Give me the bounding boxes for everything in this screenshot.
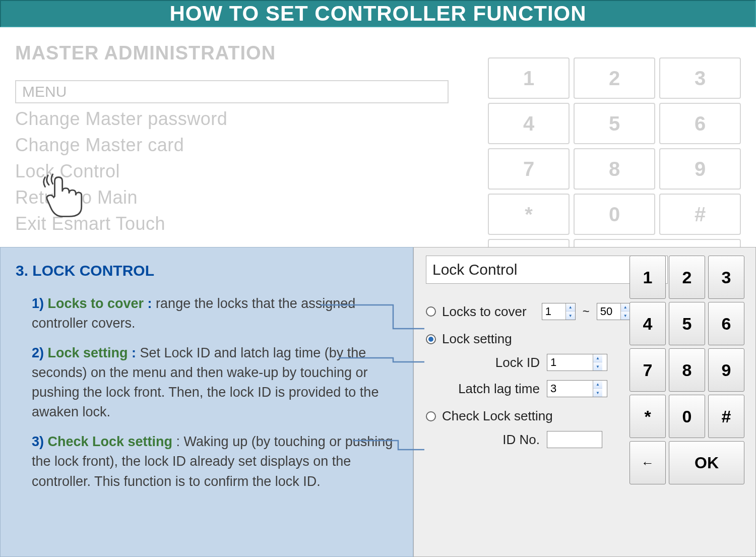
item-number: 1)	[32, 296, 44, 311]
item-sep: :	[128, 345, 140, 360]
top-faded-area: MASTER ADMINISTRATION MENU Change Master…	[0, 27, 756, 244]
locks-to-cover-radio[interactable]	[426, 306, 436, 317]
key-1[interactable]: 1	[488, 57, 570, 99]
key-star[interactable]: *	[629, 395, 666, 438]
keypad-active: 1 2 3 4 5 6 7 8 9 * 0 # ← OK	[629, 256, 744, 484]
menu-item: Change Master password	[15, 108, 449, 130]
check-lock-radio[interactable]	[426, 411, 436, 421]
page-title: HOW TO SET CONTROLLER FUNCTION	[169, 2, 586, 26]
instruction-item-2: 2) Lock setting : Set Lock ID and latch …	[16, 343, 398, 422]
hand-cursor-icon	[40, 172, 88, 220]
key-8[interactable]: 8	[574, 148, 655, 190]
key-8[interactable]: 8	[669, 348, 705, 392]
spin-up-icon[interactable]: ▲	[621, 303, 630, 312]
check-lock-label: Check Lock setting	[442, 408, 553, 424]
menu-label: MENU	[15, 80, 449, 103]
spin-down-icon[interactable]: ▼	[621, 312, 630, 320]
key-1[interactable]: 1	[629, 256, 666, 299]
section-heading: 3. LOCK CONTROL	[16, 260, 398, 282]
latch-label: Latch lag time	[454, 381, 540, 397]
instruction-panel: 3. LOCK CONTROL 1) Locks to cover : rang…	[0, 247, 413, 557]
spin-up-icon[interactable]: ▲	[593, 381, 602, 389]
spin-down-icon[interactable]: ▼	[593, 362, 602, 370]
item-sep: :	[144, 296, 156, 311]
spin-down-icon[interactable]: ▼	[566, 312, 575, 320]
key-9[interactable]: 9	[708, 348, 744, 392]
key-7[interactable]: 7	[629, 348, 666, 392]
lock-control-panel: Lock Control Locks to cover ▲▼ ~ ▲▼ Lock…	[413, 247, 756, 557]
key-6[interactable]: 6	[659, 103, 741, 144]
key-5[interactable]: 5	[669, 302, 705, 345]
item-label: Lock setting	[48, 345, 128, 360]
item-number: 3)	[32, 434, 44, 449]
key-3[interactable]: 3	[708, 256, 744, 299]
admin-heading: MASTER ADMINISTRATION	[15, 42, 469, 64]
item-number: 2)	[32, 345, 44, 360]
key-0[interactable]: 0	[574, 194, 655, 235]
locks-to-input[interactable]	[597, 303, 620, 320]
latch-input[interactable]	[547, 381, 593, 397]
instruction-item-3: 3) Check Lock setting : Waking up (by to…	[16, 432, 398, 491]
locks-from-spinner[interactable]: ▲▼	[542, 303, 576, 320]
item-sep: :	[172, 434, 184, 449]
lock-id-input[interactable]	[547, 354, 593, 370]
key-7[interactable]: 7	[488, 148, 570, 190]
instruction-item-1: 1) Locks to cover : range the locks that…	[16, 294, 398, 333]
key-2[interactable]: 2	[669, 256, 705, 299]
tilde: ~	[583, 304, 590, 319]
lock-setting-label: Lock setting	[442, 331, 512, 347]
item-label: Locks to cover	[48, 296, 144, 311]
key-hash[interactable]: #	[659, 194, 741, 235]
key-9[interactable]: 9	[659, 148, 741, 190]
key-star[interactable]: *	[488, 194, 570, 235]
lock-id-spinner[interactable]: ▲▼	[547, 354, 607, 371]
key-hash[interactable]: #	[708, 395, 744, 438]
menu-item: Change Master card	[15, 135, 449, 156]
bottom-area: 3. LOCK CONTROL 1) Locks to cover : rang…	[0, 247, 756, 557]
spin-down-icon[interactable]: ▼	[593, 389, 602, 397]
item-label: Check Lock setting	[48, 434, 173, 449]
key-3[interactable]: 3	[659, 57, 741, 99]
latch-spinner[interactable]: ▲▼	[547, 380, 607, 397]
lock-setting-radio[interactable]	[426, 334, 436, 344]
locks-from-input[interactable]	[542, 303, 565, 320]
idno-label: ID No.	[454, 432, 540, 448]
key-back[interactable]: ←	[629, 441, 666, 484]
key-0[interactable]: 0	[669, 395, 705, 438]
spin-up-icon[interactable]: ▲	[593, 354, 602, 362]
key-5[interactable]: 5	[574, 103, 655, 144]
locks-to-spinner[interactable]: ▲▼	[597, 303, 631, 320]
key-4[interactable]: 4	[488, 103, 570, 144]
idno-field[interactable]	[547, 431, 602, 448]
lock-id-label: Lock ID	[454, 355, 540, 370]
key-ok[interactable]: OK	[669, 441, 744, 484]
locks-to-cover-label: Locks to cover	[442, 304, 527, 320]
spin-up-icon[interactable]: ▲	[566, 303, 575, 312]
page-title-bar: HOW TO SET CONTROLLER FUNCTION	[0, 0, 756, 27]
key-2[interactable]: 2	[574, 57, 655, 99]
key-4[interactable]: 4	[629, 302, 666, 345]
key-6[interactable]: 6	[708, 302, 744, 345]
